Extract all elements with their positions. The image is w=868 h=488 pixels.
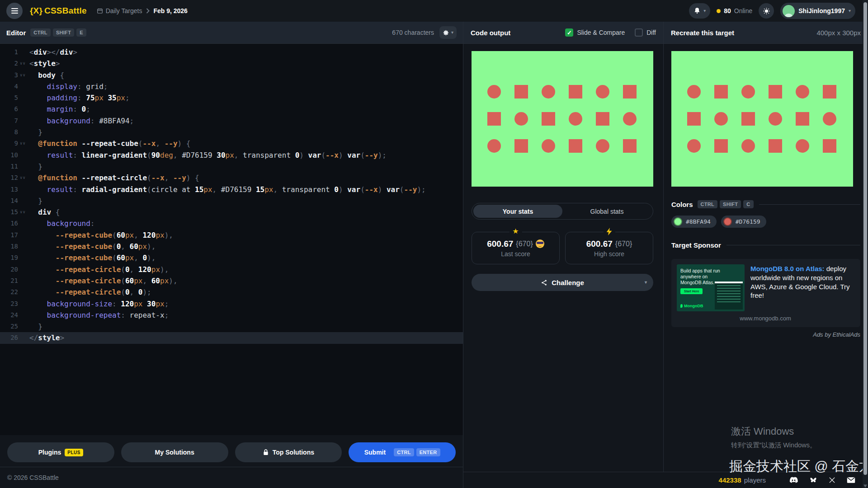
code-line-21[interactable]: 21 --repeat-circle(60px, 60px), bbox=[0, 275, 463, 286]
logo-text: CSSBattle bbox=[44, 6, 87, 15]
code-line-16[interactable]: 16 background: bbox=[0, 218, 463, 229]
breadcrumb-current-date[interactable]: Feb 9, 2026 bbox=[153, 7, 188, 14]
fold-spacer bbox=[18, 184, 27, 195]
target-canvas[interactable] bbox=[671, 51, 853, 187]
code-line-18[interactable]: 18 --repeat-cube(0, 60px), bbox=[0, 241, 463, 252]
pattern-circle bbox=[542, 139, 555, 153]
windows-activation-watermark: 激活 Windows 转到“设置”以激活 Windows。 bbox=[731, 425, 816, 450]
code-line-2[interactable]: 2∨∨<style> bbox=[0, 58, 463, 69]
code-line-13[interactable]: 13 result: radial-gradient(circle at 15p… bbox=[0, 184, 463, 195]
color-hex-label: #D76159 bbox=[736, 218, 760, 225]
code-line-5[interactable]: 5 padding: 75px 35px; bbox=[0, 92, 463, 103]
code-line-7[interactable]: 7 background: #8BFA94; bbox=[0, 115, 463, 127]
line-number: 24 bbox=[0, 310, 18, 321]
code-line-10[interactable]: 10 result: linear-gradient(90deg, #D7615… bbox=[0, 150, 463, 161]
code-line-11[interactable]: 11 } bbox=[0, 161, 463, 172]
ad-start-here-button[interactable]: Start Here bbox=[680, 288, 703, 294]
code-line-1[interactable]: 1<div></div> bbox=[0, 47, 463, 58]
notifications-button[interactable]: ▾ bbox=[689, 3, 710, 19]
pattern-square bbox=[741, 112, 755, 126]
line-number: 17 bbox=[0, 230, 18, 241]
x-twitter-icon[interactable] bbox=[829, 477, 835, 483]
code-line-22[interactable]: 22 --repeat-circle(0, 0); bbox=[0, 286, 463, 298]
fold-spacer bbox=[18, 218, 27, 229]
mail-icon[interactable] bbox=[847, 477, 855, 483]
sunglasses-emoji-icon bbox=[536, 239, 544, 248]
juejin-watermark: 掘金技术社区 @ 石金龙 bbox=[729, 457, 868, 476]
ads-attribution[interactable]: Ads by EthicalAds bbox=[671, 331, 860, 338]
theme-toggle-button[interactable] bbox=[759, 3, 774, 19]
editor-settings-button[interactable]: ▾ bbox=[439, 26, 457, 39]
code-line-8[interactable]: 8 } bbox=[0, 127, 463, 138]
fold-icon[interactable]: ∨∨ bbox=[18, 70, 27, 81]
app-logo[interactable]: {X}CSSBattle bbox=[30, 6, 87, 16]
tab-your-stats[interactable]: Your stats bbox=[473, 205, 562, 218]
my-solutions-button[interactable]: My Solutions bbox=[121, 442, 228, 462]
username: ShiJinlong1997 bbox=[798, 7, 845, 14]
menu-button[interactable] bbox=[6, 3, 23, 19]
code-line-23[interactable]: 23 background-size: 120px 30px; bbox=[0, 298, 463, 310]
bluesky-icon[interactable] bbox=[809, 477, 817, 484]
pattern-square bbox=[769, 85, 782, 99]
code-editor[interactable]: 1<div></div>2∨∨<style>3∨∨ body {4 displa… bbox=[0, 44, 463, 435]
code-line-9[interactable]: 9∨∨ @function --repeat-cube(--x, --y) { bbox=[0, 138, 463, 149]
scrollbar-thumb[interactable] bbox=[863, 2, 867, 475]
challenge-button[interactable]: Challenge ▾ bbox=[472, 274, 653, 291]
code-line-19[interactable]: 19 --repeat-cube(60px, 0), bbox=[0, 252, 463, 263]
discord-icon[interactable] bbox=[789, 477, 798, 483]
calendar-icon bbox=[97, 8, 103, 14]
color-chip-8BFA94[interactable]: #8BFA94 bbox=[671, 216, 717, 228]
chevron-right-icon bbox=[146, 8, 150, 14]
code-text: display: grid; bbox=[27, 81, 108, 92]
tab-global-stats[interactable]: Global stats bbox=[562, 205, 651, 218]
target-title: Recreate this target bbox=[671, 29, 734, 37]
last-score-chars: {670} bbox=[516, 240, 533, 248]
bell-icon bbox=[693, 7, 701, 14]
gear-icon bbox=[443, 29, 449, 36]
sponsor-ad[interactable]: Build apps that run anywhere on MongoDB … bbox=[671, 259, 860, 327]
code-line-14[interactable]: 14 } bbox=[0, 195, 463, 206]
user-menu-button[interactable]: ShiJinlong1997 ▾ bbox=[780, 3, 855, 19]
top-solutions-button[interactable]: Top Solutions bbox=[235, 442, 342, 462]
code-line-17[interactable]: 17 --repeat-cube(60px, 120px), bbox=[0, 230, 463, 241]
leaf-icon bbox=[680, 304, 683, 308]
code-line-4[interactable]: 4 display: grid; bbox=[0, 81, 463, 92]
code-line-12[interactable]: 12∨∨ @function --repeat-circle(--x, --y)… bbox=[0, 172, 463, 183]
breadcrumb-daily-targets[interactable]: Daily Targets bbox=[97, 7, 142, 14]
pattern-circle bbox=[687, 85, 701, 99]
color-chip-D76159[interactable]: #D76159 bbox=[721, 216, 766, 228]
submit-button[interactable]: Submit CTRLENTER bbox=[349, 442, 456, 462]
code-output-canvas[interactable] bbox=[472, 51, 653, 187]
page-scrollbar[interactable] bbox=[863, 0, 868, 488]
line-number: 6 bbox=[0, 103, 18, 115]
pattern-square bbox=[714, 85, 728, 99]
plugins-button[interactable]: Plugins PLUS bbox=[7, 442, 114, 462]
fold-spacer bbox=[18, 310, 27, 321]
code-line-15[interactable]: 15∨∨ div { bbox=[0, 206, 463, 218]
code-line-6[interactable]: 6 margin: 0; bbox=[0, 103, 463, 115]
sponsor-ad-title[interactable]: MongoDB 8.0 on Atlas: bbox=[750, 265, 825, 272]
fold-icon[interactable]: ∨∨ bbox=[18, 206, 27, 218]
fold-icon[interactable]: ∨∨ bbox=[18, 138, 27, 149]
pattern-square bbox=[623, 85, 637, 99]
sponsor-ad-image[interactable]: Build apps that run anywhere on MongoDB … bbox=[677, 264, 745, 311]
code-text: @function --repeat-cube(--x, --y) { bbox=[27, 138, 190, 149]
kbd-chip: CTRL bbox=[698, 200, 718, 208]
fold-spacer bbox=[18, 264, 27, 275]
color-swatch-icon bbox=[723, 217, 732, 226]
code-line-26[interactable]: 26</style> bbox=[0, 332, 463, 343]
checkbox-unchecked-icon[interactable] bbox=[635, 28, 643, 37]
checkbox-checked-icon[interactable]: ✓ bbox=[565, 28, 573, 37]
editor-shortcut: CTRLSHIFTE bbox=[30, 28, 86, 37]
slide-compare-toggle[interactable]: ✓ Slide & Compare bbox=[565, 28, 625, 37]
code-line-20[interactable]: 20 --repeat-circle(0, 120px), bbox=[0, 264, 463, 275]
diff-toggle[interactable]: Diff bbox=[635, 28, 656, 37]
code-line-3[interactable]: 3∨∨ body { bbox=[0, 70, 463, 81]
code-line-24[interactable]: 24 background-repeat: repeat-x; bbox=[0, 310, 463, 321]
scrollbar-down-arrow-icon[interactable] bbox=[863, 484, 867, 488]
fold-icon[interactable]: ∨∨ bbox=[18, 172, 27, 183]
pattern-circle bbox=[741, 139, 755, 153]
pattern-circle bbox=[596, 139, 609, 153]
fold-icon[interactable]: ∨∨ bbox=[18, 58, 27, 69]
code-line-25[interactable]: 25 } bbox=[0, 321, 463, 332]
